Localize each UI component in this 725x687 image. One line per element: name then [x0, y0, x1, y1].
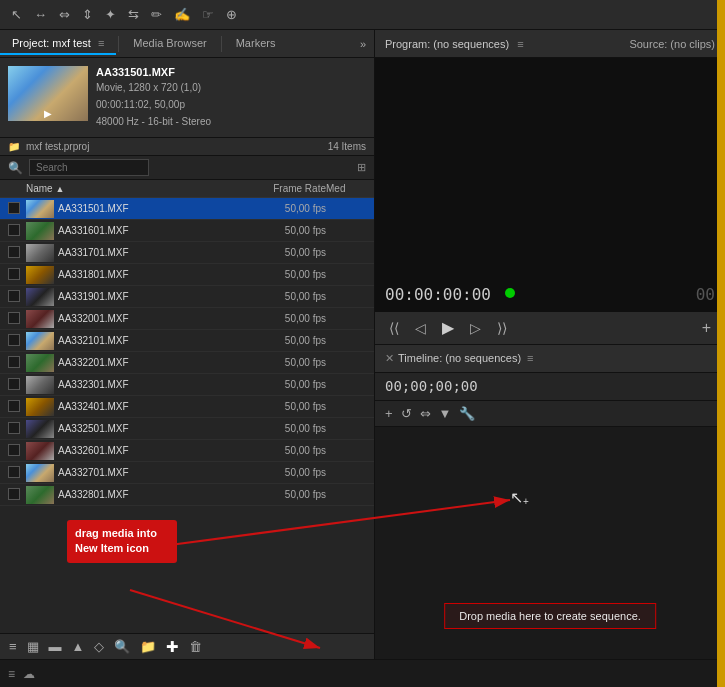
col-name-header[interactable]: Name ▲: [26, 183, 236, 194]
file-checkbox[interactable]: [8, 246, 20, 258]
tab-markers[interactable]: Markers: [224, 33, 288, 55]
ripple-edit-icon[interactable]: ⇔: [56, 5, 73, 24]
program-monitor: Program: (no sequences) ≡ Source: (no cl…: [375, 30, 725, 345]
go-to-out-btn[interactable]: ⟩⟩: [493, 318, 511, 338]
selection-tool-icon[interactable]: ↖: [8, 5, 25, 24]
list-view-icon[interactable]: ⊞: [357, 161, 366, 174]
step-forward-btn[interactable]: ▷: [466, 318, 485, 338]
file-list[interactable]: AA331501.MXF 50,00 fps AA331601.MXF 50,0…: [0, 198, 374, 633]
file-frame-rate: 50,00 fps: [236, 423, 326, 434]
file-checkbox[interactable]: [8, 334, 20, 346]
file-name: AA332401.MXF: [58, 401, 236, 412]
tab-media-browser[interactable]: Media Browser: [121, 33, 218, 55]
file-frame-rate: 50,00 fps: [236, 225, 326, 236]
file-checkbox[interactable]: [8, 356, 20, 368]
program-menu-icon[interactable]: ≡: [517, 38, 523, 50]
list-item[interactable]: AA331701.MXF 50,00 fps: [0, 242, 374, 264]
file-checkbox[interactable]: [8, 466, 20, 478]
search-input[interactable]: [29, 159, 149, 176]
file-frame-rate: 50,00 fps: [236, 291, 326, 302]
file-checkbox[interactable]: [8, 202, 20, 214]
file-checkbox[interactable]: [8, 422, 20, 434]
play-btn[interactable]: ▶: [438, 316, 458, 339]
list-view-btn[interactable]: ≡: [6, 638, 20, 655]
thumbnail-play-icon[interactable]: ▶: [44, 108, 52, 119]
timeline-timecode: 00;00;00;00: [385, 378, 478, 394]
file-checkbox[interactable]: [8, 290, 20, 302]
track-select-icon[interactable]: ↔: [31, 5, 50, 24]
list-item[interactable]: AA332101.MXF 50,00 fps: [0, 330, 374, 352]
list-item[interactable]: AA332401.MXF 50,00 fps: [0, 396, 374, 418]
razor-icon[interactable]: ✦: [102, 5, 119, 24]
drop-media-box: Drop media here to create sequence.: [444, 603, 656, 629]
file-frame-rate: 50,00 fps: [236, 445, 326, 456]
list-item[interactable]: AA331801.MXF 50,00 fps: [0, 264, 374, 286]
list-item[interactable]: AA331901.MXF 50,00 fps: [0, 286, 374, 308]
program-display: 00:00:00:00 00: [375, 58, 725, 312]
list-item[interactable]: AA332601.MXF 50,00 fps: [0, 440, 374, 462]
preview-thumbnail: ▶: [8, 66, 88, 121]
preview-audio: 48000 Hz - 16-bit - Stereo: [96, 114, 366, 129]
left-bottom-toolbar: ≡ ▦ ▬ ▲ ◇ 🔍 📁 ✚ 🗑: [0, 633, 374, 659]
file-name: AA331501.MXF: [58, 203, 236, 214]
delete-btn[interactable]: 🗑: [186, 638, 205, 655]
list-item[interactable]: AA332501.MXF 50,00 fps: [0, 418, 374, 440]
new-item-btn[interactable]: ✚: [163, 637, 182, 657]
type-icon[interactable]: ☞: [199, 5, 217, 24]
status-cloud-icon[interactable]: ☁: [23, 667, 35, 681]
hand-icon[interactable]: ✍: [171, 5, 193, 24]
add-track-btn[interactable]: +: [698, 317, 715, 339]
col-media-header: Med: [326, 183, 366, 194]
file-checkbox[interactable]: [8, 224, 20, 236]
slip-icon[interactable]: ⇆: [125, 5, 142, 24]
zoom-icon[interactable]: ⊕: [223, 5, 240, 24]
col-frame-rate-header[interactable]: Frame Rate: [236, 183, 326, 194]
sort-btn[interactable]: ▲: [69, 638, 88, 655]
step-back-btn[interactable]: ◁: [411, 318, 430, 338]
file-frame-rate: 50,00 fps: [236, 203, 326, 214]
timeline-body: Drop media here to create sequence.: [375, 427, 725, 660]
settings-icon[interactable]: 🔧: [459, 406, 475, 421]
file-frame-rate: 50,00 fps: [236, 401, 326, 412]
track-targets-icon[interactable]: ↺: [401, 406, 412, 421]
new-bin-btn[interactable]: 📁: [137, 638, 159, 655]
timeline-menu-icon[interactable]: ≡: [527, 352, 533, 364]
find-btn[interactable]: 🔍: [111, 638, 133, 655]
linked-selection-icon[interactable]: ⇔: [420, 406, 431, 421]
file-frame-rate: 50,00 fps: [236, 247, 326, 258]
status-bar: ≡ ☁: [0, 659, 725, 687]
file-list-header: Name ▲ Frame Rate Med: [0, 180, 374, 198]
file-checkbox[interactable]: [8, 268, 20, 280]
preview-filename: AA331501.MXF: [96, 66, 366, 78]
status-menu-icon[interactable]: ≡: [8, 667, 15, 681]
icon-view-btn[interactable]: ▦: [24, 638, 42, 655]
go-to-in-btn[interactable]: ⟨⟨: [385, 318, 403, 338]
list-item[interactable]: AA331601.MXF 50,00 fps: [0, 220, 374, 242]
file-checkbox[interactable]: [8, 400, 20, 412]
list-item[interactable]: AA331501.MXF 50,00 fps: [0, 198, 374, 220]
list-item[interactable]: AA332801.MXF 50,00 fps: [0, 484, 374, 506]
panel-tabs-more-icon[interactable]: »: [360, 38, 366, 50]
file-checkbox[interactable]: [8, 378, 20, 390]
pen-icon[interactable]: ✏: [148, 5, 165, 24]
list-item[interactable]: AA332201.MXF 50,00 fps: [0, 352, 374, 374]
file-checkbox[interactable]: [8, 312, 20, 324]
search-icon: 🔍: [8, 161, 23, 175]
list-item[interactable]: AA332001.MXF 50,00 fps: [0, 308, 374, 330]
timeline-toolbar: + ↺ ⇔ ▼ 🔧: [375, 401, 725, 427]
file-name: AA332601.MXF: [58, 445, 236, 456]
file-frame-rate: 50,00 fps: [236, 335, 326, 346]
freeform-view-btn[interactable]: ▬: [46, 638, 65, 655]
rate-stretch-icon[interactable]: ⇕: [79, 5, 96, 24]
file-checkbox[interactable]: [8, 444, 20, 456]
file-name: AA331801.MXF: [58, 269, 236, 280]
list-item[interactable]: AA332701.MXF 50,00 fps: [0, 462, 374, 484]
timeline-close-icon[interactable]: ✕: [385, 352, 394, 365]
add-track-icon[interactable]: +: [385, 406, 393, 421]
tab-project[interactable]: Project: mxf test ≡: [0, 33, 116, 55]
file-checkbox[interactable]: [8, 488, 20, 500]
automate-btn[interactable]: ◇: [91, 638, 107, 655]
list-item[interactable]: AA332301.MXF 50,00 fps: [0, 374, 374, 396]
markers-icon[interactable]: ▼: [439, 406, 452, 421]
sort-arrow-icon: ▲: [55, 184, 64, 194]
